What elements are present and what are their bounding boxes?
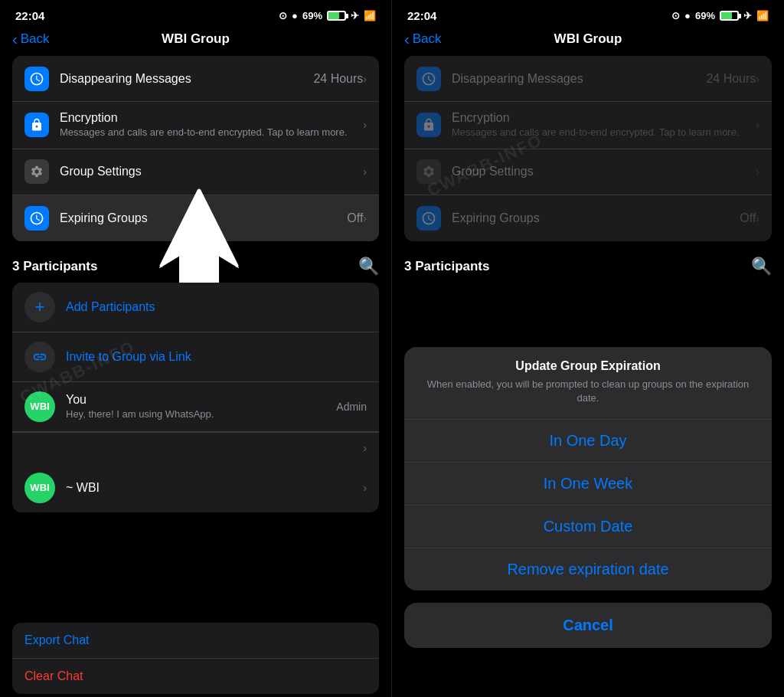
right-group-settings-content: Group Settings <box>452 165 756 178</box>
group-settings-content: Group Settings <box>60 165 363 178</box>
expiring-groups-content: Expiring Groups <box>60 211 341 225</box>
participants-section-left: 3 Participants 🔍 <box>0 247 391 283</box>
left-content: Disappearing Messages 24 Hours › Encrypt… <box>0 56 391 697</box>
right-disappearing-value: 24 Hours <box>706 72 756 86</box>
search-button-left[interactable]: 🔍 <box>358 257 379 277</box>
right-expiring-value: Off <box>740 211 756 225</box>
group-settings-chevron: › <box>363 165 367 178</box>
cancel-card: Cancel <box>404 603 772 648</box>
right-expiring-icon <box>416 206 441 231</box>
expiring-icon <box>24 206 49 231</box>
participant-you-row[interactable]: WBI You Hey, there! I am using WhatsApp.… <box>12 382 379 432</box>
right-group-settings-row: Group Settings › <box>404 149 772 195</box>
disappearing-messages-row[interactable]: Disappearing Messages 24 Hours › <box>12 56 379 102</box>
back-label-left: Back <box>21 31 50 47</box>
status-icons-left: ⊙ ● 69% ✈ 📶 <box>279 10 376 21</box>
encryption-subtitle: Messages and calls are end-to-end encryp… <box>60 126 363 139</box>
left-panel: 22:04 ⊙ ● 69% ✈ 📶 ‹ Back WBI Group <box>0 0 392 697</box>
export-chat-row[interactable]: Export Chat <box>12 623 379 659</box>
invite-via-link-label: Invite to Group via Link <box>66 350 191 364</box>
circle-icon-right: ⊙ <box>671 10 680 21</box>
add-participants-row[interactable]: + Add Participants <box>12 283 379 332</box>
settings-block-left: Disappearing Messages 24 Hours › Encrypt… <box>12 56 379 241</box>
right-group-settings-chevron: › <box>756 165 760 178</box>
header-left: ‹ Back WBI Group <box>0 28 391 56</box>
right-content: Disappearing Messages 24 Hours › Encrypt… <box>392 56 784 697</box>
expiring-value: Off <box>347 211 363 225</box>
link-icon <box>24 342 55 372</box>
battery-percent-left: 69% <box>302 10 322 21</box>
participant-wbi-name: ~ WBI <box>66 481 363 495</box>
back-button-left[interactable]: ‹ Back <box>12 31 49 47</box>
disappearing-messages-content: Disappearing Messages <box>60 72 307 86</box>
option-custom-date[interactable]: Custom Date <box>404 506 772 548</box>
participant-you-sub: Hey, there! I am using WhatsApp. <box>66 408 330 420</box>
avatar-wbi: WBI <box>24 473 55 503</box>
battery-icon-right <box>720 11 739 21</box>
group-settings-title: Group Settings <box>60 165 363 178</box>
admin-badge: Admin <box>336 401 367 413</box>
time-right: 22:04 <box>407 9 436 22</box>
export-chat-label: Export Chat <box>24 633 89 646</box>
right-panel: 22:04 ⊙ ● 69% ✈ 📶 ‹ Back WBI Group <box>392 0 784 697</box>
option-one-week[interactable]: In One Week <box>404 463 772 506</box>
clear-chat-row[interactable]: Clear Chat <box>12 659 379 694</box>
participants-list-left: + Add Participants Invite to Group via L… <box>12 283 379 512</box>
more-participants-row[interactable]: › <box>12 432 379 463</box>
modal-subtitle: When enabled, you will be prompted to cl… <box>416 378 760 405</box>
wbi-chevron: › <box>363 482 367 494</box>
participant-wbi-info: ~ WBI <box>66 481 363 495</box>
expiring-groups-row[interactable]: Expiring Groups Off › <box>12 195 379 241</box>
participants-title-right: 3 Participants <box>404 259 490 274</box>
right-expiring-row: Expiring Groups Off › <box>404 195 772 241</box>
right-group-settings-icon <box>416 159 441 184</box>
signal-icon-right: ● <box>684 10 691 21</box>
option-remove-expiration[interactable]: Remove expiration date <box>404 548 772 591</box>
disappearing-chevron: › <box>363 73 367 85</box>
airplane-icon: ✈ <box>351 10 359 21</box>
modal-header: Update Group Expiration When enabled, yo… <box>404 347 772 420</box>
modal-overlay: Update Group Expiration When enabled, yo… <box>392 347 784 697</box>
wifi-icon: 📶 <box>364 10 376 21</box>
header-title-right: WBI Group <box>554 31 622 47</box>
disappearing-icon <box>24 67 49 91</box>
right-expiring-title: Expiring Groups <box>452 211 733 225</box>
right-disappearing-chevron: › <box>756 73 760 85</box>
cancel-button[interactable]: Cancel <box>404 603 772 648</box>
right-disappearing-icon <box>416 67 441 91</box>
search-button-right[interactable]: 🔍 <box>751 257 772 277</box>
signal-icon: ● <box>292 10 298 21</box>
right-disappearing-content: Disappearing Messages <box>452 72 700 86</box>
battery-percent-right: 69% <box>695 10 715 21</box>
expiring-chevron: › <box>363 212 367 224</box>
airplane-icon-right: ✈ <box>743 10 752 21</box>
right-disappearing-row: Disappearing Messages 24 Hours › <box>404 56 772 102</box>
participants-title-left: 3 Participants <box>12 259 98 274</box>
right-encryption-chevron: › <box>756 119 760 131</box>
group-settings-row[interactable]: Group Settings › <box>12 149 379 195</box>
expiring-groups-title: Expiring Groups <box>60 211 341 225</box>
right-encryption-icon <box>416 113 441 137</box>
status-icons-right: ⊙ ● 69% ✈ 📶 <box>671 10 769 21</box>
back-chevron-left: ‹ <box>12 31 18 47</box>
back-label-right: Back <box>413 31 442 47</box>
time-left: 22:04 <box>15 9 44 22</box>
circle-icon: ⊙ <box>279 10 287 21</box>
encryption-content: Encryption Messages and calls are end-to… <box>60 111 363 139</box>
wifi-icon-right: 📶 <box>756 10 769 21</box>
avatar-you: WBI <box>24 391 55 422</box>
option-one-day[interactable]: In One Day <box>404 420 772 463</box>
participant-you-info: You Hey, there! I am using WhatsApp. <box>66 393 330 420</box>
add-participants-label: Add Participants <box>66 300 155 314</box>
encryption-row[interactable]: Encryption Messages and calls are end-to… <box>12 102 379 149</box>
participant-wbi-row[interactable]: WBI ~ WBI › <box>12 463 379 512</box>
invite-via-link-row[interactable]: Invite to Group via Link <box>12 332 379 382</box>
back-button-right[interactable]: ‹ Back <box>404 31 441 47</box>
disappearing-messages-title: Disappearing Messages <box>60 72 307 86</box>
encryption-icon <box>24 113 49 137</box>
modal-title: Update Group Expiration <box>416 359 760 373</box>
disappearing-value: 24 Hours <box>313 72 363 86</box>
add-participants-icon: + <box>24 292 55 322</box>
header-right: ‹ Back WBI Group <box>392 28 784 56</box>
clear-chat-label: Clear Chat <box>24 669 83 682</box>
